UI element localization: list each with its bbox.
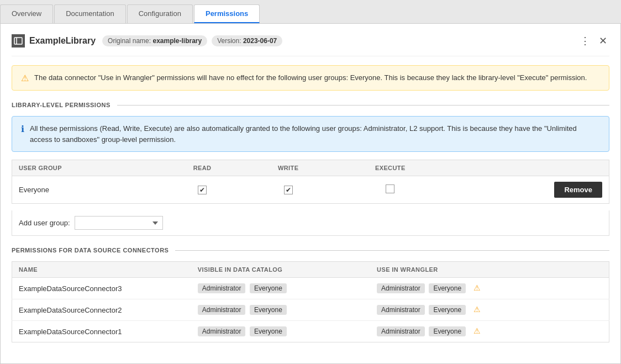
actions-cell: Remove <box>448 176 609 204</box>
warning-text: The data connector "Use in Wrangler" per… <box>34 72 587 83</box>
write-checkbox[interactable] <box>284 186 293 194</box>
connector-name-cell: ExampleDataSourceConnector1 <box>12 321 191 342</box>
table-row: Everyone Remove <box>12 176 609 204</box>
connector-name-cell: ExampleDataSourceConnector3 <box>12 278 191 299</box>
execute-checkbox[interactable] <box>386 184 394 193</box>
connectors-table: NAME VISIBLE IN DATA CATALOG USE IN WRAN… <box>12 261 609 342</box>
connector-use-cell: Administrator Everyone ⚠ <box>370 278 609 299</box>
main-content: ExampleLibrary Original name: example-li… <box>0 24 621 364</box>
connector-visible-cell: Administrator Everyone <box>191 299 370 321</box>
connector-use-cell: Administrator Everyone ⚠ <box>370 321 609 342</box>
library-section-header: LIBRARY-LEVEL PERMISSIONS <box>12 102 609 108</box>
info-text: All these permissions (Read, Write, Exec… <box>30 123 600 145</box>
library-icon <box>12 34 25 48</box>
read-checkbox[interactable] <box>198 186 207 194</box>
connectors-section: PERMISSIONS FOR DATA SOURCE CONNECTORS N… <box>12 247 609 342</box>
write-checkbox-cell[interactable] <box>244 176 333 204</box>
close-button[interactable]: ✕ <box>597 33 609 49</box>
add-user-group-label: Add user group: <box>19 219 70 227</box>
library-permissions-table: USER GROUP READ WRITE EXECUTE Everyone <box>12 160 609 204</box>
library-section-title: LIBRARY-LEVEL PERMISSIONS <box>12 102 110 108</box>
col-user-group: USER GROUP <box>12 160 161 176</box>
warning-icon: ⚠ <box>21 73 29 83</box>
warning-triangle-icon: ⚠ <box>473 283 481 292</box>
warning-banner: ⚠ The data connector "Use in Wrangler" p… <box>12 65 609 91</box>
table-row: ExampleDataSourceConnector3 Administrato… <box>12 278 609 299</box>
header-bar: ExampleLibrary Original name: example-li… <box>12 33 609 56</box>
col-execute: EXECUTE <box>333 160 448 176</box>
tab-overview[interactable]: Overview <box>0 4 53 23</box>
connectors-section-divider <box>175 250 609 251</box>
warning-triangle-icon: ⚠ <box>473 326 481 335</box>
col-read: READ <box>161 160 244 176</box>
info-icon: ℹ <box>21 124 24 134</box>
connector-col-name: NAME <box>12 262 191 278</box>
svg-rect-0 <box>14 38 22 44</box>
connectors-section-title: PERMISSIONS FOR DATA SOURCE CONNECTORS <box>12 247 169 254</box>
original-name-badge: Original name: example-library <box>102 35 207 46</box>
visible-everyone-badge: Everyone <box>250 305 287 315</box>
tab-bar: Overview Documentation Configuration Per… <box>0 0 621 24</box>
warning-triangle-icon: ⚠ <box>473 305 481 314</box>
use-everyone-badge: Everyone <box>429 283 466 293</box>
tab-configuration[interactable]: Configuration <box>127 4 193 23</box>
connector-visible-cell: Administrator Everyone <box>191 321 370 342</box>
visible-admin-badge: Administrator <box>198 326 246 336</box>
col-write: WRITE <box>244 160 333 176</box>
header-actions: ⋮ ✕ <box>578 33 609 49</box>
visible-everyone-badge: Everyone <box>250 326 287 336</box>
library-title: ExampleLibrary <box>29 36 96 46</box>
more-options-button[interactable]: ⋮ <box>578 33 592 49</box>
add-user-group-row: Add user group: Administrator Everyone <box>12 210 609 236</box>
connectors-section-header: PERMISSIONS FOR DATA SOURCE CONNECTORS <box>12 247 609 254</box>
execute-checkbox-cell[interactable] <box>333 176 448 204</box>
visible-everyone-badge: Everyone <box>250 283 287 293</box>
col-actions <box>448 160 609 176</box>
table-row: ExampleDataSourceConnector2 Administrato… <box>12 299 609 321</box>
visible-admin-badge: Administrator <box>198 283 246 293</box>
version-badge: Version: 2023-06-07 <box>212 35 282 46</box>
use-everyone-badge: Everyone <box>429 326 466 336</box>
read-checkbox-cell[interactable] <box>161 176 244 204</box>
use-admin-badge: Administrator <box>377 326 425 336</box>
tab-documentation[interactable]: Documentation <box>54 4 125 23</box>
use-everyone-badge: Everyone <box>429 305 466 315</box>
connector-col-use: USE IN WRANGLER <box>370 262 609 278</box>
visible-admin-badge: Administrator <box>198 305 246 315</box>
table-row: ExampleDataSourceConnector1 Administrato… <box>12 321 609 342</box>
connector-col-visible: VISIBLE IN DATA CATALOG <box>191 262 370 278</box>
connector-name-cell: ExampleDataSourceConnector2 <box>12 299 191 321</box>
user-group-cell: Everyone <box>12 176 161 204</box>
remove-button[interactable]: Remove <box>554 182 602 198</box>
use-admin-badge: Administrator <box>377 305 425 315</box>
section-divider <box>117 105 609 105</box>
tab-permissions[interactable]: Permissions <box>194 4 260 23</box>
info-banner: ℹ All these permissions (Read, Write, Ex… <box>12 116 609 152</box>
connector-visible-cell: Administrator Everyone <box>191 278 370 299</box>
connector-use-cell: Administrator Everyone ⚠ <box>370 299 609 321</box>
use-admin-badge: Administrator <box>377 283 425 293</box>
add-user-group-select[interactable]: Administrator Everyone <box>75 216 163 230</box>
